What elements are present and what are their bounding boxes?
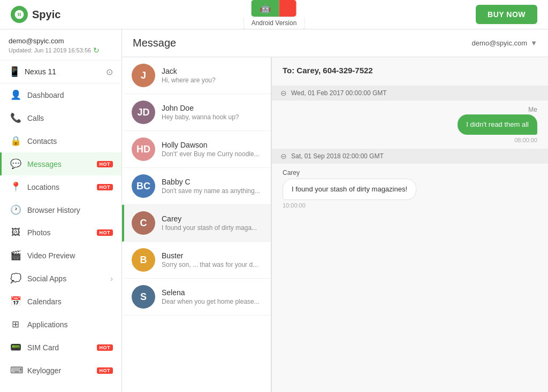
main-header: Message demo@spyic.com ▼ [122,29,548,57]
sidebar-item-locations[interactable]: 📍 Locations HOT [0,175,121,198]
device-icon: 📱 [9,66,20,78]
nav-label-applications: Applications [27,320,113,329]
user-dropdown[interactable]: demo@spyic.com ▼ [472,39,537,47]
contact-info-6: Buster Sorry son, ... that was for your … [162,251,263,268]
sidebar-user-info: demo@spyic.com Updated: Jun 11 2019 16:5… [0,29,121,60]
nav-label-keylogger: Keylogger [27,366,90,375]
hot-badge-keylogger: HOT [97,367,113,374]
to-header: To: Carey, 604-329-7522 [272,57,548,83]
logo-icon [11,6,28,23]
avatar-6: B [132,248,155,272]
contact-item-3[interactable]: HD Holly Dawson Don't' ever Buy me Curry… [122,131,271,168]
sidebar-item-dashboard[interactable]: 👤 Dashboard [0,83,121,106]
avatar-initials-2: JD [137,107,149,118]
hot-badge-sim-card: HOT [97,344,113,351]
contact-item-7[interactable]: S Selena Dear when you get home please..… [122,279,271,316]
sidebar-item-keylogger[interactable]: ⌨ Keylogger HOT [0,359,121,382]
contact-info-5: Carey I found your stash of dirty maga..… [162,214,263,232]
me-label: Me [528,106,537,113]
sent-bubble: I didn't read them all [458,114,537,135]
contact-item-1[interactable]: J Jack Hi, where are you? [122,57,271,94]
contact-info-1: Jack Hi, where are you? [162,67,263,84]
sidebar-item-messages[interactable]: 💬 Messages HOT [0,152,121,175]
contact-item-5[interactable]: C Carey I found your stash of dirty maga… [122,205,271,242]
nav-container: 👤 Dashboard 📞 Calls 🔒 Contacts 💬 Message… [0,83,121,382]
nav-label-calls: Calls [27,114,113,122]
sidebar-updated: Updated: Jun 11 2019 16:53:56 ↻ [9,46,113,55]
date-divider-2: ⊖ Sat, 01 Sep 2018 02:00:00 GMT [272,149,548,164]
avatar-4: BC [132,174,155,198]
nav-icon-locations: 📍 [10,181,21,193]
ios-pill[interactable] [279,0,296,17]
nav-icon-applications: ⊞ [10,319,21,330]
nav-label-social-apps: Social Apps [27,274,104,283]
sidebar-item-calls[interactable]: 📞 Calls [0,106,121,129]
avatar-initials-4: BC [136,181,150,192]
device-chevron[interactable]: ⊙ [106,67,113,77]
contact-info-4: Babby C Don't save my name as anything..… [162,178,263,195]
avatar-2: JD [132,101,155,124]
sidebar-item-sim-card[interactable]: 📟 SIM Card HOT [0,336,121,359]
nav-label-video-preview: Video Preview [27,251,113,260]
version-label: Android Version [243,17,305,29]
nav-label-calendars: Calendars [27,297,113,306]
contact-name-6: Buster [162,251,263,260]
sidebar-email: demo@spyic.com [9,37,113,45]
nav-arrow-social-apps: › [110,274,113,283]
page-title: Message [133,37,176,49]
version-pills[interactable]: 🤖 [251,0,297,17]
avatar-initials-1: J [141,70,146,81]
sidebar: demo@spyic.com Updated: Jun 11 2019 16:5… [0,29,122,392]
contact-info-3: Holly Dawson Don't' ever Buy me Curry no… [162,141,263,158]
nav-icon-social-apps: 💭 [10,273,21,284]
contact-name-1: Jack [162,67,263,75]
nav-icon-messages: 💬 [10,158,21,170]
refresh-icon[interactable]: ↻ [93,46,100,55]
nav-icon-sim-card: 📟 [10,342,21,353]
contact-preview-4: Don't save my name as anything... [162,187,263,195]
sidebar-item-browser-history[interactable]: 🕐 Browser History [0,198,121,221]
sidebar-item-contacts[interactable]: 🔒 Contacts [0,129,121,152]
avatar-initials-6: B [140,255,147,266]
android-pill[interactable]: 🤖 [252,0,279,17]
app-name: Spyic [32,9,60,21]
sidebar-item-calendars[interactable]: 📅 Calendars [0,290,121,313]
contact-preview-6: Sorry son, ... that was for your d... [162,261,263,268]
date-divider-1: ⊖ Wed, 01 Feb 2017 00:00:00 GMT [272,86,548,101]
logo: Spyic [11,6,60,23]
contact-preview-2: Hey baby, wanna hook up? [162,113,263,121]
messages-layout: J Jack Hi, where are you? JD John Doe He… [122,57,548,392]
sidebar-item-photos[interactable]: 🖼 Photos HOT [0,221,121,244]
app-layout: demo@spyic.com Updated: Jun 11 2019 16:5… [0,0,548,392]
sidebar-item-video-preview[interactable]: 🎬 Video Preview [0,244,121,267]
contact-info-7: Selena Dear when you get home please... [162,288,263,305]
nav-label-contacts: Contacts [27,137,113,145]
received-sender: Carey [283,169,300,176]
contact-name-5: Carey [162,214,263,223]
nav-icon-contacts: 🔒 [10,135,21,147]
nav-label-photos: Photos [27,228,90,237]
contact-name-2: John Doe [162,104,263,112]
nav-icon-video-preview: 🎬 [10,250,21,261]
sent-message-row: Me I didn't read them all 08:00:00 [272,103,548,147]
nav-icon-calendars: 📅 [10,296,21,307]
nav-label-sim-card: SIM Card [27,343,90,352]
contact-item-2[interactable]: JD John Doe Hey baby, wanna hook up? [122,94,271,131]
dropdown-arrow-icon: ▼ [530,39,537,47]
nav-icon-photos: 🖼 [10,227,21,238]
contact-item-6[interactable]: B Buster Sorry son, ... that was for you… [122,242,271,279]
avatar-3: HD [132,137,155,161]
android-icon: 🤖 [260,3,271,13]
sidebar-item-applications[interactable]: ⊞ Applications [0,313,121,336]
avatar-initials-3: HD [136,144,150,155]
avatar-5: C [132,211,155,235]
avatar-7: S [132,285,155,309]
buy-now-button[interactable]: BUY NOW [476,5,537,24]
sidebar-item-social-apps[interactable]: 💭 Social Apps › [0,267,121,290]
nav-icon-browser-history: 🕐 [10,204,21,216]
header-user-email: demo@spyic.com [472,39,528,47]
contact-preview-3: Don't' ever Buy me Curry noodle... [162,150,263,158]
contact-item-4[interactable]: BC Babby C Don't save my name as anythin… [122,168,271,205]
nav-label-dashboard: Dashboard [27,91,113,99]
contact-name-7: Selena [162,288,263,297]
